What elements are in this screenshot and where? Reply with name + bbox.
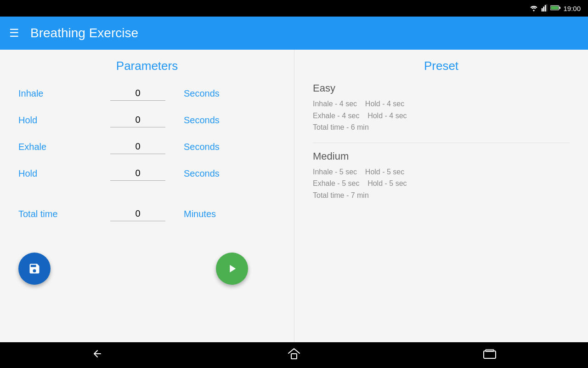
hold1-input[interactable]: [110, 113, 165, 127]
hold2-label: Hold: [18, 168, 83, 179]
inhale-unit: Seconds: [184, 88, 220, 99]
preset-medium[interactable]: Medium Inhale - 5 sec Hold - 5 sec Exhal…: [313, 150, 570, 201]
exhale-label: Exhale: [18, 142, 83, 152]
play-button[interactable]: [216, 253, 248, 285]
preset-easy[interactable]: Easy Inhale - 4 sec Hold - 4 sec Exhale …: [313, 82, 570, 133]
params-panel: Parameters Inhale Seconds Hold Seconds E…: [0, 50, 294, 342]
recents-button[interactable]: [483, 348, 497, 362]
inhale-row: Inhale Seconds: [18, 82, 276, 104]
params-title: Parameters: [18, 59, 276, 73]
svg-rect-3: [545, 5, 546, 11]
fab-container: [18, 253, 276, 285]
total-time-unit: Minutes: [184, 209, 216, 219]
status-icons: 19:00: [529, 4, 581, 13]
preset-medium-line1: Inhale - 5 sec Hold - 5 sec: [313, 166, 570, 178]
total-time-input[interactable]: [110, 207, 165, 221]
hold1-row: Hold Seconds: [18, 109, 276, 131]
nav-bar: [0, 342, 588, 368]
hold2-unit: Seconds: [184, 168, 220, 179]
wifi-icon: [529, 4, 538, 13]
app-bar: ☰ Breathing Exercise: [0, 17, 588, 50]
preset-easy-line2: Exhale - 4 sec Hold - 4 sec: [313, 110, 570, 122]
menu-icon[interactable]: ☰: [9, 27, 19, 40]
total-time-row: Total time Minutes: [18, 203, 276, 225]
save-icon: [28, 262, 41, 275]
hold2-input[interactable]: [110, 166, 165, 181]
exhale-row: Exhale Seconds: [18, 136, 276, 158]
hold2-row: Hold Seconds: [18, 162, 276, 184]
hold1-unit: Seconds: [184, 115, 220, 126]
app-title: Breathing Exercise: [30, 26, 138, 40]
main-content: Parameters Inhale Seconds Hold Seconds E…: [0, 50, 588, 342]
svg-rect-7: [551, 6, 559, 9]
preset-panel: Preset Easy Inhale - 4 sec Hold - 4 sec …: [294, 50, 588, 342]
preset-medium-line3: Total time - 7 min: [313, 190, 570, 201]
preset-title: Preset: [313, 59, 570, 73]
status-bar: 19:00: [0, 0, 588, 17]
preset-divider: [313, 143, 570, 143]
preset-easy-line3: Total time - 6 min: [313, 121, 570, 133]
exhale-input[interactable]: [110, 139, 165, 154]
preset-medium-line2: Exhale - 5 sec Hold - 5 sec: [313, 178, 570, 190]
preset-easy-line1: Inhale - 4 sec Hold - 4 sec: [313, 98, 570, 110]
status-time: 19:00: [563, 5, 581, 12]
preset-easy-name: Easy: [313, 82, 570, 94]
svg-point-0: [533, 10, 535, 11]
preset-medium-name: Medium: [313, 150, 570, 162]
svg-rect-2: [543, 6, 545, 12]
total-time-label: Total time: [18, 209, 83, 219]
signal-icon: [541, 4, 548, 13]
svg-rect-6: [560, 6, 560, 9]
home-button[interactable]: [288, 348, 300, 363]
save-button[interactable]: [18, 253, 51, 285]
back-button[interactable]: [91, 348, 105, 362]
svg-rect-1: [542, 8, 543, 11]
exhale-unit: Seconds: [184, 142, 220, 152]
hold1-label: Hold: [18, 115, 83, 126]
svg-rect-9: [484, 351, 496, 358]
play-icon: [226, 262, 238, 275]
svg-rect-8: [291, 354, 297, 359]
inhale-input[interactable]: [110, 86, 165, 101]
battery-icon: [550, 5, 560, 12]
svg-rect-4: [547, 4, 548, 12]
inhale-label: Inhale: [18, 88, 83, 99]
